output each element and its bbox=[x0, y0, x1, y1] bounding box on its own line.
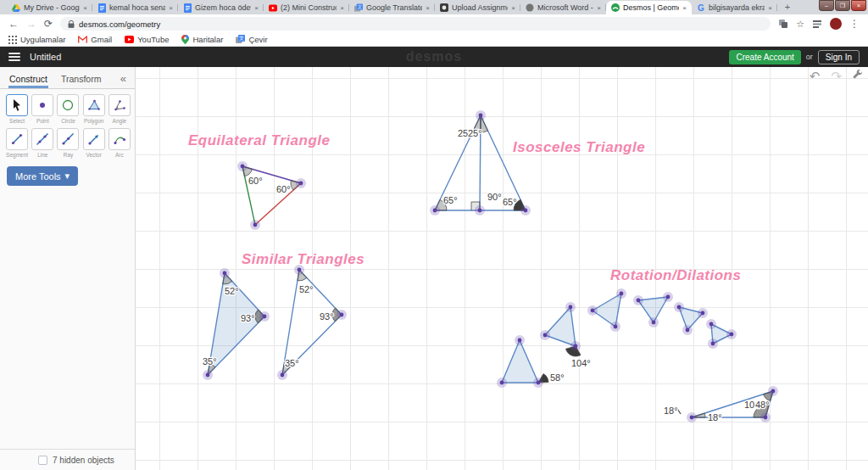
tool-polygon-button[interactable]: Polygon bbox=[81, 94, 107, 124]
vertex-point[interactable] bbox=[666, 295, 670, 299]
more-tools-button[interactable]: More Tools▾ bbox=[7, 166, 78, 186]
browser-tab[interactable]: My Drive - Google Driv× bbox=[7, 1, 92, 14]
tab-transform[interactable]: Transform bbox=[60, 70, 102, 88]
tab-close-icon[interactable]: × bbox=[682, 4, 687, 12]
tab-construct[interactable]: Construct bbox=[8, 70, 48, 88]
vertex-point[interactable] bbox=[569, 305, 573, 310]
bookmark-maps[interactable]: Haritalar bbox=[181, 35, 223, 44]
vertex-point[interactable] bbox=[652, 321, 656, 325]
vertex-point[interactable] bbox=[677, 305, 682, 310]
vertex-point[interactable] bbox=[591, 309, 595, 313]
document-title[interactable]: Untitled bbox=[30, 52, 61, 62]
tab-close-icon[interactable]: × bbox=[426, 4, 430, 12]
canvas-title[interactable]: Equilateral Triangle bbox=[188, 132, 330, 148]
geometry-layer[interactable]: 60°60°25°25°65°90°65°52°93°35°52°93°35°5… bbox=[136, 67, 867, 470]
back-icon[interactable]: ← bbox=[8, 19, 19, 29]
vertex-point[interactable] bbox=[479, 114, 483, 118]
vertex-point[interactable] bbox=[433, 209, 437, 213]
vertex-point[interactable] bbox=[206, 373, 210, 378]
tool-point-button[interactable]: Point bbox=[30, 94, 55, 124]
vertex-point[interactable] bbox=[298, 268, 302, 272]
redo-icon[interactable]: ↷ bbox=[831, 69, 842, 84]
tool-arc-button[interactable]: Arc bbox=[107, 128, 132, 158]
browser-tab[interactable]: kemal hoca sena&meli× bbox=[92, 1, 178, 14]
vertex-point[interactable] bbox=[340, 313, 344, 317]
vertex-point[interactable] bbox=[281, 373, 285, 378]
tool-select-button[interactable]: Select bbox=[4, 94, 30, 124]
url-omnibox[interactable]: desmos.com/geometry bbox=[60, 17, 771, 31]
rotation-triangle-1[interactable] bbox=[502, 340, 538, 383]
vertex-point[interactable] bbox=[518, 339, 522, 343]
translate-extension-icon[interactable] bbox=[778, 19, 788, 29]
hamburger-menu-icon[interactable] bbox=[8, 53, 20, 61]
browser-tab[interactable]: Microsoft Word - CDIS× bbox=[520, 1, 606, 14]
extension-icon[interactable] bbox=[812, 20, 822, 29]
geometry-canvas[interactable]: 60°60°25°25°65°90°65°52°93°35°52°93°35°5… bbox=[136, 67, 868, 470]
create-account-button[interactable]: Create Account bbox=[729, 50, 800, 64]
vertex-point[interactable] bbox=[263, 315, 267, 319]
tool-angle-button[interactable]: Angle bbox=[107, 94, 132, 124]
vertex-point[interactable] bbox=[299, 182, 303, 186]
vertex-point[interactable] bbox=[711, 342, 715, 346]
window-close-button[interactable]: × bbox=[851, 0, 866, 11]
window-maximize-button[interactable]: ❐ bbox=[835, 0, 850, 11]
vertex-point[interactable] bbox=[686, 328, 690, 333]
collapse-panel-icon[interactable]: « bbox=[120, 72, 126, 88]
canvas-title[interactable]: Rotation/Dilations bbox=[610, 267, 741, 283]
browser-tab[interactable]: Upload Assignment: St× bbox=[435, 1, 520, 14]
tool-vector-button[interactable]: Vector bbox=[81, 128, 107, 158]
vertex-point[interactable] bbox=[478, 209, 482, 213]
vertex-point[interactable] bbox=[764, 416, 768, 420]
browser-tab[interactable]: Gbilgisayarda ekran gör× bbox=[692, 1, 777, 14]
bookmark-translate[interactable]: 文Çevir bbox=[236, 35, 267, 44]
tab-close-icon[interactable]: × bbox=[597, 4, 601, 12]
bookmark-apps[interactable]: Uygulamalar bbox=[8, 35, 65, 44]
vertex-point[interactable] bbox=[690, 416, 694, 420]
reload-icon[interactable]: ⟳ bbox=[44, 19, 53, 29]
vertex-point[interactable] bbox=[709, 322, 714, 327]
vertex-point[interactable] bbox=[771, 389, 776, 394]
browser-tab[interactable]: Gizem hoca ödev (kend× bbox=[178, 1, 264, 14]
vertex-point[interactable] bbox=[500, 381, 504, 385]
tool-line-button[interactable]: Line bbox=[30, 128, 55, 158]
tab-close-icon[interactable]: × bbox=[511, 4, 515, 12]
vertex-point[interactable] bbox=[537, 381, 541, 385]
browser-tab[interactable]: 文Google Translate× bbox=[349, 1, 435, 14]
tab-close-icon[interactable]: × bbox=[83, 4, 87, 12]
canvas-title[interactable]: Isosceles Triangle bbox=[513, 139, 645, 155]
sign-in-button[interactable]: Sign In bbox=[818, 50, 860, 64]
vertex-point[interactable] bbox=[241, 165, 245, 169]
bookmark-gmail[interactable]: Gmail bbox=[78, 35, 112, 44]
vertex-point[interactable] bbox=[701, 311, 705, 316]
undo-icon[interactable]: ↶ bbox=[810, 69, 821, 84]
bookmark-youtube[interactable]: YouTube bbox=[125, 35, 169, 44]
hidden-objects-checkbox[interactable] bbox=[38, 456, 47, 465]
chrome-menu-icon[interactable]: ⋮ bbox=[849, 19, 860, 29]
vertex-point[interactable] bbox=[223, 271, 227, 276]
tab-close-icon[interactable]: × bbox=[169, 4, 173, 12]
canvas-title[interactable]: Similar Triangles bbox=[242, 251, 364, 267]
tool-ray-button[interactable]: Ray bbox=[55, 128, 81, 158]
vertex-point[interactable] bbox=[543, 333, 548, 338]
tool-segment-button[interactable]: Segment bbox=[4, 128, 30, 158]
new-tab-button[interactable]: + bbox=[781, 0, 794, 14]
bookmark-star-icon[interactable]: ☆ bbox=[796, 20, 804, 29]
vertex-point[interactable] bbox=[524, 209, 528, 213]
tool-circle-button[interactable]: Circle bbox=[55, 94, 81, 124]
vertex-point[interactable] bbox=[574, 344, 578, 349]
profile-avatar[interactable] bbox=[830, 18, 842, 30]
vertex-point[interactable] bbox=[614, 325, 618, 329]
rotation-triangle-2[interactable] bbox=[545, 307, 576, 346]
tab-close-icon[interactable]: × bbox=[254, 4, 259, 12]
vertex-point[interactable] bbox=[730, 333, 734, 337]
forward-icon[interactable]: → bbox=[26, 19, 36, 29]
browser-tab[interactable]: (2) Mini Constructions w× bbox=[264, 1, 349, 14]
vertex-point[interactable] bbox=[620, 292, 624, 296]
vertex-point[interactable] bbox=[253, 223, 258, 227]
window-minimize-button[interactable]: – bbox=[819, 0, 834, 11]
vertex-point[interactable] bbox=[637, 299, 641, 303]
tab-close-icon[interactable]: × bbox=[340, 4, 344, 12]
settings-wrench-icon[interactable] bbox=[853, 69, 864, 84]
tab-close-icon[interactable]: × bbox=[768, 4, 772, 12]
browser-tab[interactable]: Desmos | Geometry× bbox=[606, 1, 692, 14]
